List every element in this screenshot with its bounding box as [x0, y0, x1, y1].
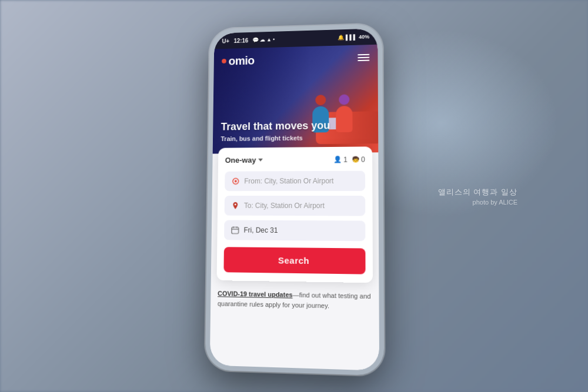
- person-2-head: [339, 94, 349, 105]
- hamburger-line-3: [358, 59, 369, 61]
- status-left: U+ 12:16 💬 ☁ ▲ •: [222, 36, 275, 43]
- date-value: Fri, Dec 31: [243, 226, 278, 234]
- battery-label: 40%: [359, 33, 369, 39]
- person-2-body: [336, 106, 352, 132]
- hamburger-menu-button[interactable]: [358, 53, 369, 61]
- child-icon: 🧒: [352, 156, 359, 162]
- calendar-icon: [231, 226, 239, 234]
- notification-icons: 💬 ☁ ▲ •: [252, 36, 275, 43]
- trip-type-selector[interactable]: One-way: [225, 155, 263, 164]
- trip-type-label: One-way: [225, 155, 256, 164]
- children-count: 0: [361, 155, 365, 163]
- passengers-selector[interactable]: 👤 1 🧒 0: [333, 155, 365, 163]
- person-1-head: [315, 95, 326, 105]
- status-right: 🔔 ▌▌▌ 40%: [338, 33, 369, 40]
- trip-options: One-way 👤 1 🧒 0: [225, 155, 365, 164]
- covid-notice: COVID-19 travel updates—find out what te…: [211, 280, 379, 320]
- from-placeholder: From: City, Station Or Airport: [244, 176, 333, 185]
- app-content: omio Travel that moves you Train, bus an…: [210, 44, 379, 370]
- children-group: 🧒 0: [352, 155, 365, 163]
- phone-wrapper: U+ 12:16 💬 ☁ ▲ • 🔔 ▌▌▌ 40%: [205, 24, 385, 376]
- hamburger-line-2: [358, 56, 369, 58]
- phone-screen: U+ 12:16 💬 ☁ ▲ • 🔔 ▌▌▌ 40%: [210, 28, 379, 370]
- svg-point-1: [235, 180, 237, 182]
- from-location-icon: [232, 177, 240, 185]
- to-location-icon: [231, 201, 239, 209]
- to-placeholder: To: City, Station Or Airport: [244, 201, 325, 209]
- to-field[interactable]: To: City, Station Or Airport: [225, 195, 366, 215]
- search-card: One-way 👤 1 🧒 0: [217, 146, 373, 283]
- hamburger-line-1: [358, 53, 369, 55]
- omio-dot: [222, 59, 226, 63]
- trip-type-chevron-icon: [258, 158, 263, 161]
- adults-count: 1: [343, 155, 348, 163]
- from-field[interactable]: From: City, Station Or Airport: [225, 170, 365, 191]
- hero-subtitle: Train, bus and flight tickets: [220, 134, 330, 142]
- covid-link[interactable]: COVID-19 travel updates: [218, 290, 293, 298]
- date-field[interactable]: Fri, Dec 31: [224, 220, 365, 241]
- omio-text: omio: [229, 53, 255, 67]
- adult-icon: 👤: [333, 155, 342, 163]
- omio-logo: omio: [222, 53, 255, 67]
- carrier-label: U+: [222, 38, 230, 44]
- svg-rect-3: [232, 227, 239, 233]
- adults-group: 👤 1: [333, 155, 348, 163]
- signal-bars: ▌▌▌: [346, 34, 357, 40]
- hero-section: omio Travel that moves you Train, bus an…: [213, 44, 379, 153]
- hero-title: Travel that moves you: [221, 119, 330, 133]
- app-navbar: omio: [214, 44, 378, 73]
- person-2: [333, 94, 354, 141]
- search-button[interactable]: Search: [223, 247, 365, 274]
- phone-frame: U+ 12:16 💬 ☁ ▲ • 🔔 ▌▌▌ 40%: [205, 24, 385, 376]
- hero-text: Travel that moves you Train, bus and fli…: [220, 119, 330, 142]
- time-label: 12:16: [234, 37, 249, 43]
- alarm-icon: 🔔: [338, 34, 344, 40]
